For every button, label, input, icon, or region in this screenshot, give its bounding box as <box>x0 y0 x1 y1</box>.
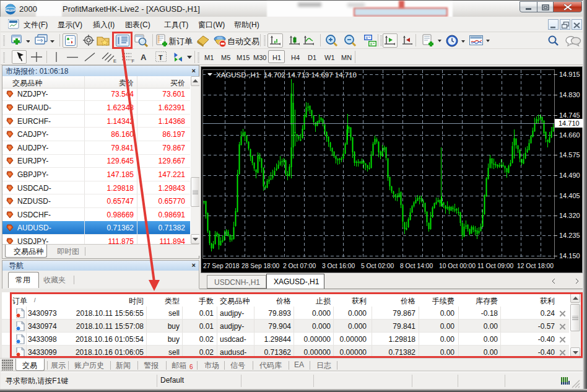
svg-text:14.150: 14.150 <box>559 252 580 259</box>
svg-text:14.320: 14.320 <box>559 212 580 219</box>
svg-text:T: T <box>159 54 163 61</box>
svg-text:14.915: 14.915 <box>559 71 580 78</box>
svg-text:14.830: 14.830 <box>559 91 580 98</box>
svg-text:E: E <box>113 58 116 63</box>
svg-text:XAGUSD-,H1 14.702 14.713 14.6: XAGUSD-,H1 14.702 14.713 14.697 14.710 <box>216 71 357 79</box>
svg-text:14.575: 14.575 <box>559 151 580 159</box>
svg-text:14.235: 14.235 <box>559 232 580 239</box>
svg-text:PROFIT: PROFIT <box>6 9 15 12</box>
svg-text:12 Oct 18:00: 12 Oct 18:00 <box>517 263 554 269</box>
svg-text:2 Oct 07:00: 2 Oct 07:00 <box>283 263 316 269</box>
svg-text:F: F <box>132 58 135 63</box>
svg-text:14.660: 14.660 <box>559 131 580 139</box>
svg-text:14.745: 14.745 <box>559 111 580 119</box>
svg-text:8 Oct 14:00: 8 Oct 14:00 <box>400 263 433 269</box>
svg-text:3 Oct 16:00: 3 Oct 16:00 <box>322 263 355 269</box>
svg-text:28 Sep 18:00: 28 Sep 18:00 <box>241 263 280 269</box>
svg-text:14.490: 14.490 <box>559 172 580 179</box>
svg-text:14.405: 14.405 <box>559 192 580 199</box>
svg-text:14.710: 14.710 <box>559 120 580 127</box>
svg-text:10 Oct 00:00: 10 Oct 00:00 <box>439 263 476 269</box>
svg-text:11 Oct 09:00: 11 Oct 09:00 <box>477 263 513 269</box>
svg-text:5 Oct 02:00: 5 Oct 02:00 <box>361 263 394 269</box>
svg-text:27 Sep 2018: 27 Sep 2018 <box>203 263 240 269</box>
